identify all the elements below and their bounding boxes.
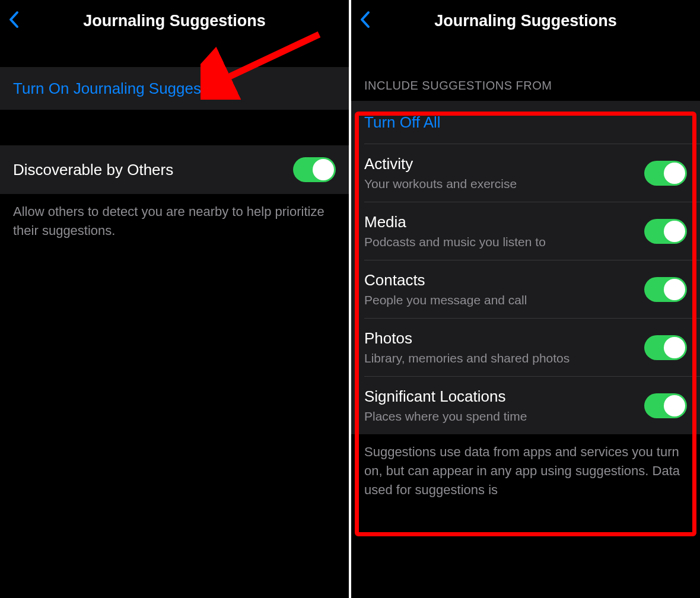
activity-sublabel: Your workouts and exercise <box>364 177 517 191</box>
media-row: Media Podcasts and music you listen to <box>351 202 700 260</box>
photos-toggle[interactable] <box>644 335 687 360</box>
back-chevron-icon[interactable] <box>359 11 376 31</box>
locations-row: Significant Locations Places where you s… <box>351 377 700 434</box>
photos-row: Photos Library, memories and shared phot… <box>351 319 700 376</box>
activity-row: Activity Your workouts and exercise <box>351 144 700 202</box>
media-sublabel: Podcasts and music you listen to <box>364 235 546 249</box>
discoverable-group: Discoverable by Others <box>0 145 349 194</box>
suggestions-footer: Suggestions use data from apps and servi… <box>351 434 700 500</box>
discoverable-footer: Allow others to detect you are nearby to… <box>0 194 349 240</box>
contacts-label: Contacts <box>364 271 527 290</box>
suggestions-group: Turn Off All Activity Your workouts and … <box>351 101 700 434</box>
photos-label: Photos <box>364 329 569 348</box>
section-header: INCLUDE SUGGESTIONS FROM <box>351 79 700 101</box>
nav-header: Journaling Suggestions <box>351 0 700 43</box>
contacts-sublabel: People you message and call <box>364 293 527 307</box>
activity-label: Activity <box>364 155 517 173</box>
locations-toggle[interactable] <box>644 393 687 418</box>
locations-sublabel: Places where you spend time <box>364 409 527 424</box>
discoverable-row: Discoverable by Others <box>0 145 349 194</box>
discoverable-label: Discoverable by Others <box>13 161 173 179</box>
discoverable-toggle[interactable] <box>293 157 336 182</box>
page-title: Journaling Suggestions <box>434 12 617 30</box>
back-chevron-icon[interactable] <box>8 11 25 31</box>
media-label: Media <box>364 213 546 231</box>
turn-off-all-label: Turn Off All <box>364 113 441 132</box>
locations-label: Significant Locations <box>364 387 527 406</box>
media-toggle[interactable] <box>644 219 687 244</box>
nav-header: Journaling Suggestions <box>0 0 349 43</box>
turn-on-label: Turn On Journaling Suggestions <box>13 79 234 98</box>
contacts-toggle[interactable] <box>644 277 687 302</box>
left-screen: Journaling Suggestions Turn On Journalin… <box>0 0 349 598</box>
photos-sublabel: Library, memories and shared photos <box>364 351 569 365</box>
turn-off-all-button[interactable]: Turn Off All <box>351 101 700 144</box>
right-screen: Journaling Suggestions INCLUDE SUGGESTIO… <box>351 0 700 598</box>
turn-on-button[interactable]: Turn On Journaling Suggestions <box>0 67 349 110</box>
page-title: Journaling Suggestions <box>83 12 266 30</box>
turn-on-group: Turn On Journaling Suggestions <box>0 67 349 110</box>
contacts-row: Contacts People you message and call <box>351 260 700 318</box>
activity-toggle[interactable] <box>644 161 687 186</box>
